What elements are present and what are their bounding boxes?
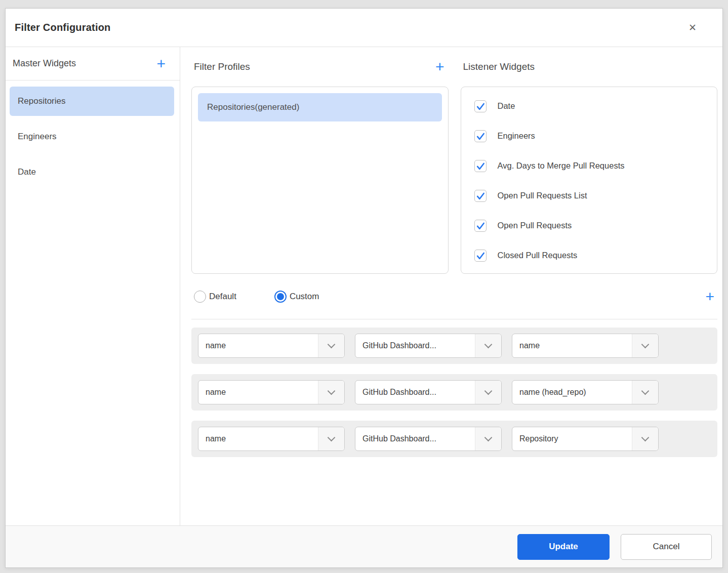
chevron-down-icon — [328, 341, 336, 349]
check-icon — [475, 191, 486, 201]
chevron-down-icon — [641, 387, 650, 395]
top-columns: Filter Profiles + Repositories(generated… — [191, 47, 717, 274]
checkbox-open-pull-requests-list[interactable] — [474, 190, 487, 202]
dialog-footer: Update Cancel — [6, 525, 722, 567]
filter-profiles-listbox: Repositories(generated) — [191, 87, 449, 274]
checkbox-closed-pull-requests[interactable] — [474, 250, 487, 262]
listener-row: Engineers — [474, 121, 711, 151]
radio-icon — [194, 291, 206, 303]
dropdown-button — [475, 334, 501, 357]
check-icon — [475, 251, 486, 261]
master-widgets-title: Master Widgets — [13, 58, 76, 69]
dropdown-value: name — [198, 434, 318, 443]
chevron-down-icon — [484, 341, 493, 349]
dropdown-value: GitHub Dashboard... — [355, 388, 475, 397]
dropdown-button — [632, 334, 658, 357]
master-widgets-list: Repositories Engineers Date — [6, 80, 180, 187]
sidebar-item-engineers[interactable]: Engineers — [10, 122, 174, 151]
listener-widgets-section: Listener Widgets Date — [461, 47, 718, 274]
dropdown-button — [632, 427, 658, 451]
dialog-body: Master Widgets + Repositories Engineers … — [6, 47, 722, 525]
dropdown-value: name — [512, 341, 632, 350]
dropdown-button — [632, 381, 658, 404]
main-content: Filter Profiles + Repositories(generated… — [180, 47, 722, 525]
sidebar-item-label: Date — [18, 167, 36, 177]
chevron-down-icon — [328, 387, 336, 395]
listener-label: Engineers — [498, 131, 535, 141]
mapping-row: name GitHub Dashboard... name — [191, 328, 717, 364]
listener-field-dropdown[interactable]: name — [512, 334, 659, 358]
dropdown-value: name — [198, 341, 318, 350]
filter-profiles-title: Filter Profiles — [194, 61, 250, 72]
checkbox-date[interactable] — [474, 100, 487, 112]
radio-default[interactable]: Default — [194, 291, 236, 303]
radio-dot — [277, 293, 284, 300]
filter-profiles-header: Filter Profiles + — [191, 47, 449, 87]
master-widgets-header: Master Widgets + — [6, 47, 180, 80]
listener-row: Open Pull Requests — [474, 211, 711, 240]
dashboard-dropdown[interactable]: GitHub Dashboard... — [355, 334, 502, 358]
dropdown-value: GitHub Dashboard... — [355, 434, 475, 443]
checkbox-open-pull-requests[interactable] — [474, 220, 487, 232]
dashboard-dropdown[interactable]: GitHub Dashboard... — [355, 380, 502, 404]
dropdown-button — [475, 381, 501, 404]
filter-profile-label: Repositories(generated) — [207, 102, 299, 112]
dropdown-button — [318, 381, 344, 404]
listener-row: Closed Pull Requests — [474, 240, 711, 270]
listener-row: Avg. Days to Merge Pull Requests — [474, 151, 711, 181]
listener-row: Open Pull Requests List — [474, 181, 711, 211]
add-filter-profile-icon[interactable]: + — [435, 59, 444, 74]
filter-configuration-dialog: Filter Configuration ✕ Master Widgets + … — [5, 8, 723, 568]
master-widgets-panel: Master Widgets + Repositories Engineers … — [6, 47, 180, 525]
listener-row: Date — [474, 91, 711, 121]
cancel-button[interactable]: Cancel — [621, 534, 712, 560]
checkbox-avg-days-to-merge[interactable] — [474, 160, 487, 172]
dropdown-value: GitHub Dashboard... — [355, 341, 475, 350]
listener-widgets-listbox: Date Engineers Avg. Days — [461, 87, 718, 274]
radio-custom[interactable]: Custom — [274, 291, 319, 303]
checkbox-engineers[interactable] — [474, 130, 487, 142]
listener-field-dropdown[interactable]: name (head_repo) — [512, 380, 659, 404]
radio-custom-label: Custom — [290, 292, 319, 302]
chevron-down-icon — [484, 434, 493, 442]
widget-field-dropdown[interactable]: name — [198, 380, 345, 404]
page-title: Filter Configuration — [15, 22, 111, 33]
dropdown-button — [318, 334, 344, 357]
chevron-down-icon — [484, 387, 493, 395]
filter-profile-item[interactable]: Repositories(generated) — [198, 93, 442, 121]
add-master-widget-icon[interactable]: + — [156, 56, 166, 71]
chevron-down-icon — [641, 341, 650, 349]
listener-label: Closed Pull Requests — [498, 251, 578, 260]
sidebar-item-repositories[interactable]: Repositories — [10, 87, 174, 116]
add-mapping-icon[interactable]: + — [705, 289, 714, 304]
widget-field-dropdown[interactable]: name — [198, 334, 345, 358]
profile-mode-row: Default Custom + — [191, 274, 717, 319]
field-mappings: name GitHub Dashboard... name name — [191, 319, 717, 467]
chevron-down-icon — [641, 434, 650, 442]
radio-dot — [196, 293, 204, 300]
close-icon[interactable]: ✕ — [685, 20, 700, 35]
radio-icon — [274, 291, 287, 303]
dropdown-button — [475, 427, 501, 451]
dashboard-dropdown[interactable]: GitHub Dashboard... — [355, 427, 502, 451]
check-icon — [475, 221, 486, 231]
mapping-row: name GitHub Dashboard... Repository — [191, 421, 717, 457]
listener-label: Open Pull Requests List — [498, 191, 587, 200]
listener-label: Date — [498, 101, 515, 111]
listener-label: Avg. Days to Merge Pull Requests — [498, 161, 625, 171]
radio-default-label: Default — [209, 292, 236, 302]
listener-field-dropdown[interactable]: Repository — [512, 427, 659, 451]
widget-field-dropdown[interactable]: name — [198, 427, 345, 451]
filter-profiles-section: Filter Profiles + Repositories(generated… — [191, 47, 449, 274]
check-icon — [475, 131, 486, 141]
check-icon — [475, 161, 486, 171]
sidebar-item-label: Repositories — [18, 96, 66, 106]
dropdown-button — [318, 427, 344, 451]
listener-widgets-header: Listener Widgets — [461, 47, 718, 87]
dropdown-value: name (head_repo) — [512, 388, 632, 397]
sidebar-item-date[interactable]: Date — [10, 157, 174, 187]
listener-label: Open Pull Requests — [498, 221, 572, 230]
update-button[interactable]: Update — [517, 534, 610, 560]
check-icon — [475, 101, 486, 111]
sidebar-item-label: Engineers — [18, 132, 57, 142]
